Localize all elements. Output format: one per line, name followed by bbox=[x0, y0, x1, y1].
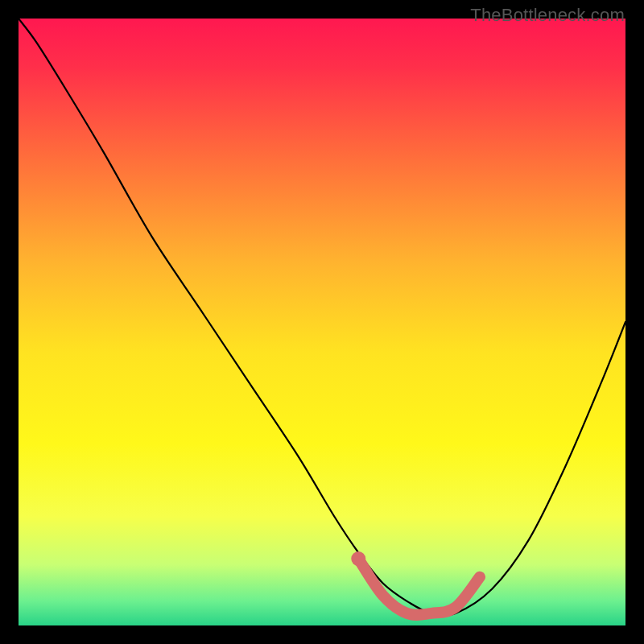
plot-area bbox=[19, 19, 625, 625]
highlight-dot bbox=[351, 551, 365, 566]
watermark-label: TheBottleneck.com bbox=[470, 5, 625, 26]
gradient-background bbox=[19, 19, 625, 625]
